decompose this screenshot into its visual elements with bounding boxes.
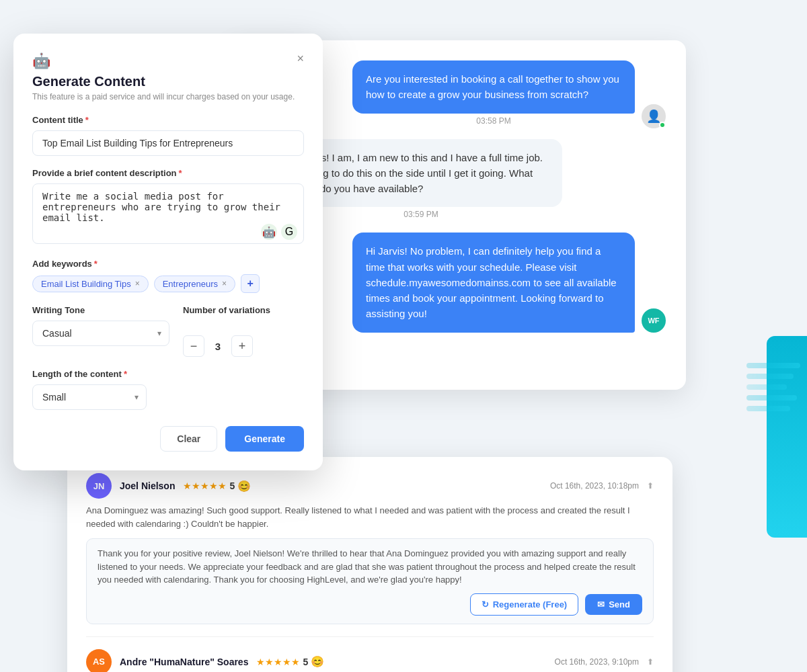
message-time-1: 03:58 PM: [352, 116, 635, 126]
review-item-2: AS Andre "HumaNature" Soares ★★★★★ 5 😊 O…: [86, 649, 654, 673]
emoji-icon: 🤖: [261, 224, 277, 240]
modal-close-button[interactable]: ×: [297, 52, 304, 65]
tone-variations-row: Writing Tone Casual Formal Friendly Prof…: [32, 305, 304, 357]
length-label: Length of the content*: [32, 369, 304, 379]
review-text-1: Ana Dominguez was amazing! Such good sup…: [86, 504, 654, 530]
reply-text-1: Thank you for your positive review, Joel…: [98, 547, 642, 587]
deco-line-4: [746, 395, 797, 401]
review-top-1: JN Joel Nielson ★★★★★ 5 😊 Oct 16th, 2023…: [86, 473, 654, 499]
variations-value: 3: [211, 341, 225, 352]
smiley-1: 😊: [237, 480, 251, 493]
variations-label: Number of variations: [183, 305, 304, 315]
writing-tone-label: Writing Tone: [32, 305, 169, 315]
reviewer-info-1: JN Joel Nielson ★★★★★ 5 😊: [86, 473, 251, 499]
description-label: Provide a brief content description*: [32, 168, 304, 178]
length-select-wrap: Small Medium Large ▾: [32, 384, 147, 410]
keyword-close-2[interactable]: ×: [222, 279, 227, 288]
generate-button[interactable]: Generate: [225, 426, 304, 452]
share-icon-1[interactable]: ⬆: [647, 481, 654, 491]
keywords-group: Add keywords* Email List Building Tips ×…: [32, 259, 304, 293]
send-label-1: Send: [609, 599, 630, 610]
share-icon-2[interactable]: ⬆: [647, 657, 654, 667]
review-date-2: Oct 16th, 2023, 9:10pm: [555, 657, 639, 667]
reviewer-avatar-2: AS: [86, 649, 112, 673]
stars-row-1: ★★★★★ 5 😊: [183, 480, 251, 493]
regenerate-button-1[interactable]: ↻ Regenerate (Free): [470, 593, 579, 616]
textarea-wrap: 🤖 G: [32, 183, 304, 247]
length-group: Length of the content* Small Medium Larg…: [32, 369, 304, 410]
modal-title: Generate Content: [32, 74, 304, 89]
reviewer-name-2: Andre "HumaNature" Soares: [120, 657, 248, 667]
variations-group: Number of variations − 3 +: [183, 305, 304, 357]
decorative-lines: [746, 363, 807, 411]
add-keyword-button[interactable]: +: [241, 274, 260, 293]
generate-content-modal: 🤖 × Generate Content This feature is a p…: [13, 34, 323, 470]
clear-button[interactable]: Clear: [160, 426, 217, 452]
required-star-len: *: [124, 369, 127, 379]
keywords-row: Email List Building Tips × Entrepreneurs…: [32, 274, 304, 293]
reviewer-info-2: AS Andre "HumaNature" Soares ★★★★★ 5 😊: [86, 649, 324, 673]
review-top-2: AS Andre "HumaNature" Soares ★★★★★ 5 😊 O…: [86, 649, 654, 673]
required-star-kw: *: [94, 259, 98, 269]
star-count-1: 5: [229, 480, 235, 491]
reviewer-avatar-1: JN: [86, 473, 112, 499]
stars-row-2: ★★★★★ 5 😊: [256, 655, 324, 668]
writing-tone-group: Writing Tone Casual Formal Friendly Prof…: [32, 305, 169, 357]
variations-increase-button[interactable]: +: [231, 335, 253, 357]
keyword-label-2: Entrepreneurs: [163, 279, 218, 289]
reviews-panel: JN Joel Nielson ★★★★★ 5 😊 Oct 16th, 2023…: [67, 457, 672, 672]
review-item-1: JN Joel Nielson ★★★★★ 5 😊 Oct 16th, 2023…: [86, 473, 654, 637]
writing-tone-select[interactable]: Casual Formal Friendly Professional: [32, 321, 169, 346]
keywords-label: Add keywords*: [32, 259, 304, 269]
deco-line-2: [746, 374, 794, 379]
required-star-desc: *: [179, 168, 182, 178]
stars-2: ★★★★★: [256, 657, 300, 667]
stars-1: ★★★★★: [183, 480, 227, 491]
regenerate-icon-1: ↻: [482, 599, 489, 610]
variations-control: − 3 +: [183, 335, 304, 357]
keyword-label-1: Email List Building Tips: [41, 279, 131, 289]
modal-footer: Clear Generate: [32, 426, 304, 452]
deco-line-3: [746, 384, 787, 390]
grammarly-icon: G: [281, 224, 297, 240]
review-meta-1: Oct 16th, 2023, 10:18pm ⬆: [550, 481, 654, 491]
regenerate-label-1: Regenerate (Free): [493, 599, 568, 610]
deco-line-5: [746, 406, 790, 411]
keyword-close-1[interactable]: ×: [135, 279, 140, 288]
sender-avatar-wrap-3: WF: [642, 308, 666, 333]
star-count-2: 5: [303, 657, 308, 667]
length-select[interactable]: Small Medium Large: [32, 384, 147, 410]
send-icon-1: ✉: [597, 599, 605, 610]
online-indicator-1: [659, 122, 666, 128]
writing-tone-select-wrap: Casual Formal Friendly Professional ▾: [32, 321, 169, 346]
send-button-1[interactable]: ✉ Send: [585, 594, 642, 615]
content-title-label: Content title*: [32, 115, 304, 125]
review-meta-2: Oct 16th, 2023, 9:10pm ⬆: [555, 657, 654, 667]
variations-decrease-button[interactable]: −: [183, 335, 204, 357]
reply-box-1: Thank you for your positive review, Joel…: [86, 538, 654, 624]
required-star: *: [85, 115, 89, 125]
textarea-icons: 🤖 G: [261, 224, 297, 240]
message-bubble-1: Are you interested in booking a call tog…: [352, 60, 635, 114]
description-group: Provide a brief content description* 🤖 G: [32, 168, 304, 247]
smiley-2: 😊: [311, 655, 324, 668]
review-date-1: Oct 16th, 2023, 10:18pm: [550, 481, 639, 491]
modal-robot-icon: 🤖: [32, 52, 50, 70]
keyword-tag-2[interactable]: Entrepreneurs ×: [154, 276, 235, 292]
deco-line-1: [746, 363, 800, 368]
message-bubble-3: Hi Jarvis! No problem, I can definitely …: [352, 233, 635, 332]
sender-avatar-wrap-1: 👤: [642, 104, 666, 128]
modal-subtitle: This feature is a paid service and will …: [32, 92, 304, 101]
reviewer-name-1: Joel Nielson: [120, 480, 175, 491]
content-title-input[interactable]: [32, 130, 304, 156]
content-title-group: Content title*: [32, 115, 304, 156]
reply-actions-1: ↻ Regenerate (Free) ✉ Send: [98, 593, 642, 616]
sender-avatar-3: WF: [642, 308, 666, 333]
keyword-tag-1[interactable]: Email List Building Tips ×: [32, 276, 149, 292]
